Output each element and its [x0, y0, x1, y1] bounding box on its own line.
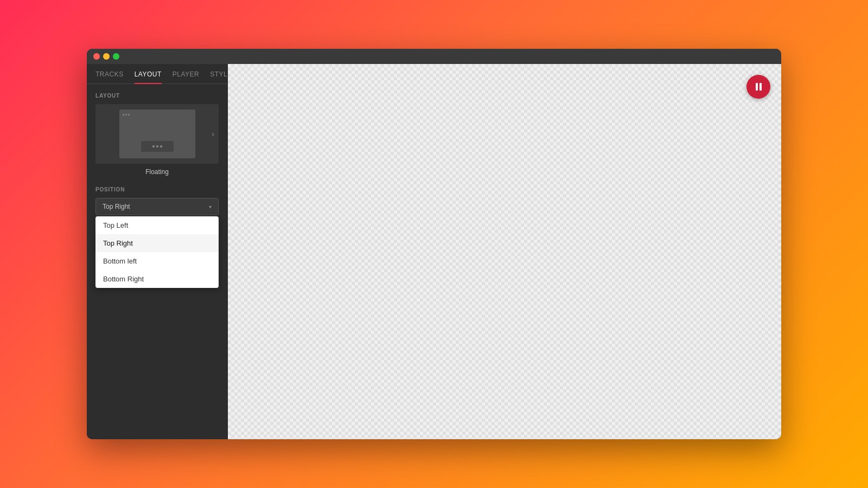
tab-layout[interactable]: LAYOUT: [135, 70, 162, 84]
preview-player: [141, 141, 174, 152]
tab-player[interactable]: PLAYER: [173, 70, 199, 84]
traffic-lights: [93, 53, 119, 60]
chevron-right-icon[interactable]: ›: [212, 130, 214, 138]
main-canvas: [228, 64, 781, 439]
pause-bar-right: [760, 83, 762, 91]
nav-tabs: TRACKS LAYOUT PLAYER STYLE: [87, 64, 227, 84]
preview-player-dot-3: [160, 145, 162, 147]
layout-section-label: LAYOUT: [95, 93, 219, 99]
position-dropdown: Top Left Top Right Bottom left Bottom Ri…: [95, 216, 219, 288]
preview-topbar: [123, 114, 130, 115]
pause-bar-left: [756, 83, 758, 91]
app-body: TRACKS LAYOUT PLAYER STYLE LAYOUT: [87, 64, 781, 439]
sidebar-content: LAYOUT ›: [87, 84, 227, 439]
preview-dot-1: [123, 114, 124, 115]
tab-tracks[interactable]: TRACKS: [95, 70, 124, 84]
position-section-label: POSITION: [95, 187, 219, 192]
position-section: POSITION Top Right ▾ Top Left Top Right …: [95, 187, 219, 215]
app-window: TRACKS LAYOUT PLAYER STYLE LAYOUT: [87, 49, 781, 439]
layout-preview-container: ›: [95, 104, 219, 164]
preview-dot-3: [128, 114, 130, 115]
preview-player-dot-1: [152, 145, 155, 147]
title-bar: [87, 49, 781, 64]
pause-button[interactable]: [746, 75, 770, 99]
position-select-box[interactable]: Top Right ▾: [95, 198, 219, 215]
preview-player-dot-2: [156, 145, 158, 147]
preview-dot-2: [125, 114, 127, 115]
close-button[interactable]: [93, 53, 100, 60]
option-bottom-right[interactable]: Bottom Right: [95, 270, 219, 288]
option-bottom-left[interactable]: Bottom left: [95, 252, 219, 270]
maximize-button[interactable]: [113, 53, 119, 60]
layout-preview-label: Floating: [95, 168, 219, 176]
minimize-button[interactable]: [103, 53, 110, 60]
pause-icon: [756, 83, 762, 91]
chevron-down-icon: ▾: [209, 204, 212, 210]
option-top-left[interactable]: Top Left: [95, 216, 219, 234]
layout-preview: [119, 110, 195, 158]
position-select: Top Right ▾ Top Left Top Right Bottom le…: [95, 198, 219, 215]
position-selected-value: Top Right: [103, 203, 130, 210]
option-top-right[interactable]: Top Right: [95, 234, 219, 252]
sidebar: TRACKS LAYOUT PLAYER STYLE LAYOUT: [87, 64, 228, 439]
